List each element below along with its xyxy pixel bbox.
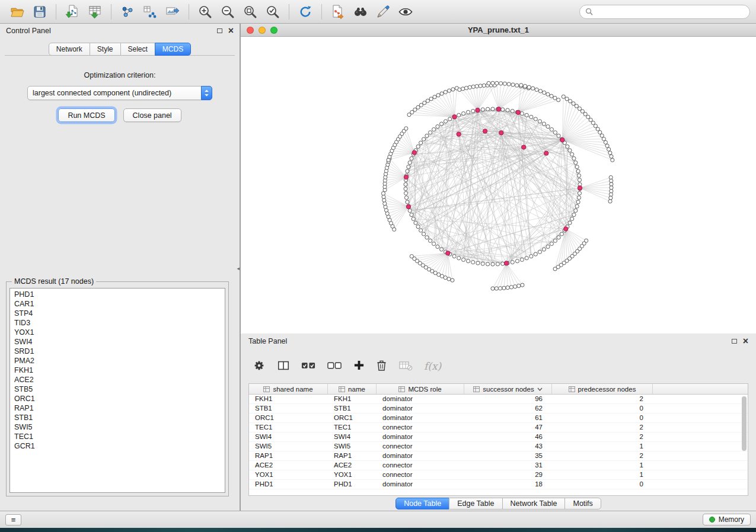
network-leaf-node[interactable] bbox=[506, 286, 509, 289]
network-leaf-node[interactable] bbox=[383, 202, 387, 206]
tab-mcds[interactable]: MCDS bbox=[155, 43, 191, 56]
mcds-result-item[interactable]: ORC1 bbox=[10, 395, 225, 404]
network-node[interactable] bbox=[538, 250, 541, 254]
network-leaf-node[interactable] bbox=[382, 195, 385, 198]
network-leaf-node[interactable] bbox=[583, 112, 587, 116]
new-network-button[interactable] bbox=[117, 2, 138, 21]
show-columns-button[interactable] bbox=[277, 359, 290, 374]
table-row[interactable]: ORC1ORC1dominator610 bbox=[249, 414, 748, 423]
network-node[interactable] bbox=[491, 107, 495, 111]
network-leaf-node[interactable] bbox=[491, 287, 495, 290]
network-leaf-node[interactable] bbox=[447, 89, 451, 92]
network-leaf-node[interactable] bbox=[569, 100, 572, 103]
network-leaf-node[interactable] bbox=[527, 85, 531, 89]
close-table-panel-icon[interactable]: × bbox=[743, 336, 748, 346]
network-node[interactable] bbox=[419, 229, 423, 232]
network-leaf-node[interactable] bbox=[572, 102, 575, 105]
import-network-button[interactable] bbox=[62, 2, 82, 21]
style-annotation-button[interactable] bbox=[373, 2, 393, 21]
network-leaf-node[interactable] bbox=[521, 283, 524, 287]
network-leaf-node[interactable] bbox=[410, 255, 413, 258]
network-leaf-node[interactable] bbox=[468, 85, 471, 89]
close-panel-button[interactable]: Close panel bbox=[123, 108, 181, 122]
network-leaf-node[interactable] bbox=[523, 84, 527, 88]
network-leaf-node[interactable] bbox=[491, 81, 495, 85]
network-node[interactable] bbox=[406, 169, 409, 173]
delete-column-button[interactable] bbox=[376, 359, 387, 373]
network-node[interactable] bbox=[436, 245, 439, 248]
network-node[interactable] bbox=[576, 200, 580, 204]
network-node[interactable] bbox=[511, 109, 514, 113]
run-mcds-button[interactable]: Run MCDS bbox=[58, 108, 114, 122]
network-node[interactable] bbox=[462, 112, 465, 116]
network-leaf-node[interactable] bbox=[557, 98, 560, 102]
network-node[interactable] bbox=[428, 131, 432, 134]
tab-motifs[interactable]: Motifs bbox=[564, 498, 601, 509]
network-leaf-node[interactable] bbox=[610, 155, 613, 158]
network-node[interactable] bbox=[444, 120, 447, 123]
column-header-predecessor-nodes[interactable]: predecessor nodes bbox=[552, 384, 653, 394]
network-node[interactable] bbox=[568, 221, 572, 225]
mcds-result-item[interactable]: SRD1 bbox=[10, 347, 225, 357]
network-node[interactable] bbox=[476, 261, 480, 265]
node-table[interactable]: shared name name MCDS role successor nod… bbox=[248, 383, 748, 496]
network-leaf-node[interactable] bbox=[436, 94, 440, 97]
column-header-successor-nodes[interactable]: successor nodes bbox=[464, 384, 552, 394]
network-node[interactable] bbox=[511, 260, 514, 264]
network-node[interactable] bbox=[570, 217, 574, 220]
memory-button[interactable]: Memory bbox=[703, 514, 751, 525]
close-panel-icon[interactable]: × bbox=[228, 26, 234, 36]
table-row[interactable]: YOX1YOX1connector291 bbox=[249, 470, 748, 480]
table-row[interactable]: STB1STB1dominator620 bbox=[249, 404, 748, 414]
refresh-button[interactable] bbox=[295, 2, 315, 21]
network-leaf-node[interactable] bbox=[565, 97, 569, 101]
network-node[interactable] bbox=[457, 257, 461, 260]
network-leaf-node[interactable] bbox=[499, 287, 502, 290]
dropdown-stepper[interactable] bbox=[201, 86, 212, 100]
network-node[interactable] bbox=[422, 232, 425, 236]
network-leaf-node[interactable] bbox=[503, 82, 506, 85]
network-hub-node[interactable] bbox=[560, 137, 564, 142]
network-node[interactable] bbox=[553, 239, 557, 242]
network-leaf-node[interactable] bbox=[538, 89, 542, 93]
network-leaf-node[interactable] bbox=[416, 105, 420, 109]
network-node[interactable] bbox=[520, 112, 524, 116]
network-leaf-node[interactable] bbox=[553, 96, 557, 100]
network-node[interactable] bbox=[574, 209, 578, 212]
network-hub-node[interactable] bbox=[504, 261, 508, 265]
network-canvas[interactable] bbox=[241, 37, 755, 332]
column-header-shared-name[interactable]: shared name bbox=[249, 384, 328, 394]
network-node[interactable] bbox=[575, 204, 579, 208]
mcds-result-item[interactable]: RAP1 bbox=[10, 404, 225, 414]
network-leaf-node[interactable] bbox=[464, 86, 468, 89]
network-leaf-node[interactable] bbox=[426, 99, 429, 102]
network-node[interactable] bbox=[560, 232, 563, 236]
mcds-result-item[interactable]: STB1 bbox=[10, 414, 225, 423]
network-hub-node[interactable] bbox=[516, 110, 520, 114]
network-leaf-node[interactable] bbox=[517, 284, 521, 287]
network-node[interactable] bbox=[576, 169, 580, 173]
network-node[interactable] bbox=[425, 134, 429, 137]
network-leaf-node[interactable] bbox=[589, 118, 592, 121]
network-node[interactable] bbox=[425, 236, 429, 239]
network-leaf-node[interactable] bbox=[381, 191, 385, 195]
network-hub-node[interactable] bbox=[497, 107, 501, 111]
network-node[interactable] bbox=[471, 260, 475, 264]
network-node[interactable] bbox=[439, 122, 443, 126]
network-leaf-node[interactable] bbox=[440, 92, 444, 95]
network-node[interactable] bbox=[568, 149, 572, 152]
network-node[interactable] bbox=[410, 213, 413, 216]
search-field[interactable] bbox=[579, 5, 750, 19]
network-leaf-node[interactable] bbox=[444, 90, 447, 94]
network-leaf-node[interactable] bbox=[423, 101, 426, 105]
network-leaf-node[interactable] bbox=[575, 104, 578, 108]
network-leaf-node[interactable] bbox=[608, 151, 612, 155]
deselect-all-button[interactable] bbox=[327, 359, 342, 374]
network-leaf-node[interactable] bbox=[429, 97, 433, 101]
network-leaf-node[interactable] bbox=[502, 286, 506, 290]
network-leaf-node[interactable] bbox=[419, 103, 423, 107]
network-node[interactable] bbox=[542, 122, 546, 126]
network-node[interactable] bbox=[466, 110, 470, 114]
network-node[interactable] bbox=[501, 108, 505, 111]
network-leaf-node[interactable] bbox=[605, 144, 609, 148]
